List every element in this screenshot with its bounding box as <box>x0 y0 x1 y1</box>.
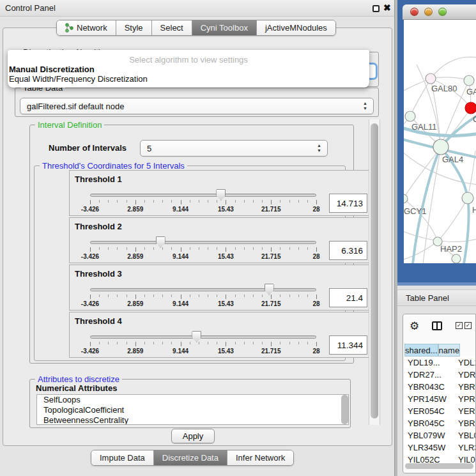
checkbox-icon[interactable]: ✓ <box>456 322 463 329</box>
number-of-intervals-combobox[interactable]: 5 ▲▼ <box>140 140 328 157</box>
interval-definition-title: Interval Definition <box>35 120 104 130</box>
spinner-icon: ▲▼ <box>362 101 368 111</box>
tab[interactable]: Select <box>151 20 192 35</box>
threshold-label: Threshold 4 <box>75 316 122 326</box>
network-node[interactable] <box>465 102 476 114</box>
slider-track[interactable] <box>90 194 316 197</box>
checkbox-icon[interactable]: ✓ <box>464 322 472 329</box>
network-edge[interactable] <box>410 79 431 116</box>
network-node-label: GAL4 <box>442 155 463 164</box>
table-cell[interactable]: YBL079W <box>404 429 453 441</box>
slider-tick-label: 28 <box>297 253 335 260</box>
slider-track[interactable] <box>90 335 316 339</box>
table-row[interactable]: YDR27... YDR2 <box>404 369 476 381</box>
tab[interactable]: Discretize Data <box>153 450 227 465</box>
table-cell[interactable]: YER054C <box>404 405 453 417</box>
apply-button[interactable]: Apply <box>171 429 215 443</box>
network-edge[interactable] <box>404 242 438 260</box>
network-node[interactable] <box>462 192 473 204</box>
table-row[interactable]: YDL19... YDL1 <box>404 357 476 369</box>
slider-tick <box>117 342 118 344</box>
slider-tick <box>144 295 145 297</box>
slider-tick-label: 9.144 <box>162 348 200 355</box>
slider-tick-label: 2.859 <box>116 348 155 355</box>
tab[interactable]: Style <box>116 20 151 35</box>
table-cell[interactable]: YBL0 <box>453 429 476 441</box>
attribute-list-item[interactable]: BetweennessCentrality <box>37 415 348 425</box>
table-row[interactable]: YBR043C YBR0 <box>404 381 476 393</box>
numerical-attributes-list: SelfLoops TopologicalCoefficient Between… <box>36 394 349 425</box>
horizontal-scrollbar[interactable] <box>405 463 473 469</box>
table-cell[interactable]: YLR3 <box>453 441 476 454</box>
slider-tick-label: 21.715 <box>252 348 290 355</box>
vertical-scrollbar[interactable] <box>369 119 380 425</box>
tab[interactable]: Infer Network <box>227 450 293 465</box>
table-cell[interactable]: YDL19... <box>404 357 453 369</box>
network-canvas[interactable]: GAL80GACGAL11GAL4GCY1HHAP2 <box>404 20 476 263</box>
float-window-icon[interactable] <box>372 5 380 12</box>
table-row[interactable]: YER054C YER0 <box>404 405 476 417</box>
table-cell[interactable]: YDR2 <box>453 369 476 381</box>
cyni-mode-tabs: Impute Data Discretize Data Infer Networ… <box>91 450 294 466</box>
network-edge[interactable] <box>431 77 469 81</box>
tab[interactable]: Cyni Toolbox <box>192 20 256 35</box>
network-node[interactable] <box>464 75 474 86</box>
tab[interactable]: Network <box>57 20 116 35</box>
table-cell[interactable]: YPR1 <box>453 393 476 405</box>
slider-tick <box>217 342 217 344</box>
slider-handle[interactable] <box>156 236 165 248</box>
network-node[interactable] <box>405 111 415 121</box>
network-edge[interactable] <box>438 198 468 242</box>
table-data-combobox[interactable]: galFiltered.sif default node ▲▼ <box>20 98 374 114</box>
slider-tick <box>271 200 272 204</box>
slider-handle[interactable] <box>216 189 226 201</box>
slider-handle[interactable] <box>265 284 274 295</box>
table-cell[interactable]: YDL1 <box>453 357 476 369</box>
table-cell[interactable]: YBR0 <box>453 417 476 429</box>
table-cell[interactable]: YDR27... <box>404 369 453 381</box>
network-node[interactable] <box>433 139 449 155</box>
table-cell[interactable]: YBR045C <box>404 417 453 429</box>
mac-minimize-button[interactable] <box>424 8 433 16</box>
tab[interactable]: Impute Data <box>91 450 153 465</box>
table-cell[interactable]: YPR145W <box>404 393 453 405</box>
slider-tick <box>153 247 154 250</box>
mac-close-button[interactable] <box>410 8 418 16</box>
slider-tick <box>181 200 181 204</box>
panel-title: Control Panel <box>5 3 56 13</box>
table-column-header[interactable]: name <box>438 344 461 357</box>
gear-icon[interactable]: ⚙ <box>410 319 419 333</box>
table-cell[interactable]: YBR0 <box>453 381 476 393</box>
slider-track[interactable] <box>90 288 316 291</box>
slider-tick <box>108 200 109 203</box>
slider-tick <box>316 247 317 252</box>
network-node[interactable] <box>452 254 461 263</box>
mac-zoom-button[interactable] <box>438 8 447 16</box>
scrollbar-thumb[interactable] <box>371 123 378 418</box>
close-icon[interactable]: ✖ <box>383 3 391 13</box>
table-row[interactable]: YPR145W YPR1 <box>404 393 476 405</box>
attribute-list-item[interactable]: SelfLoops <box>37 395 348 405</box>
table-cell[interactable]: YLR345W <box>404 441 453 454</box>
slider-tick <box>262 342 263 344</box>
table-row[interactable]: YBR045C YBR0 <box>404 417 476 429</box>
slider-track[interactable] <box>90 241 316 244</box>
algorithm-option[interactable]: Equal Width/Frequency Discretization <box>9 74 368 84</box>
slider-tick <box>99 200 100 203</box>
attribute-list-item[interactable]: TopologicalCoefficient <box>37 405 348 415</box>
table-cell[interactable]: YER0 <box>453 405 476 417</box>
table-row[interactable]: YLR345W YLR3 <box>404 441 476 454</box>
split-view-icon[interactable] <box>432 321 442 330</box>
table-column-header[interactable]: shared... <box>404 344 438 357</box>
algorithm-option[interactable]: Manual Discretization <box>9 65 368 74</box>
network-node[interactable] <box>426 73 436 84</box>
table-panel: Table Panel ⚙ ✓ ✓ shared... name YDL19..… <box>397 286 476 476</box>
slider-tick <box>135 200 136 204</box>
tab[interactable]: jActiveMNodules <box>256 20 335 35</box>
attributes-list-scrollbar[interactable] <box>341 395 348 424</box>
table-cell[interactable]: YBR043C <box>404 381 453 393</box>
slider-tick-label: -3.426 <box>71 253 109 260</box>
slider-handle[interactable] <box>192 331 201 342</box>
slider-tick <box>217 200 217 203</box>
table-row[interactable]: YBL079W YBL0 <box>404 429 476 441</box>
